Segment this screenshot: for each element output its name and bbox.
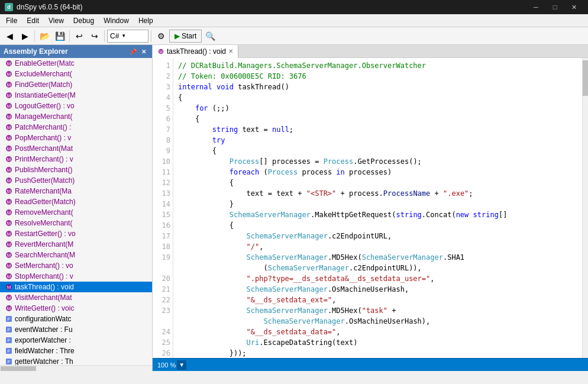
ae-item-instantiategetter[interactable]: M InstantiateGetter(M <box>0 90 152 101</box>
back-button[interactable]: ◀ <box>2 29 17 43</box>
start-button[interactable]: ▶ Start <box>169 30 202 43</box>
menu-help[interactable]: Help <box>134 15 158 26</box>
tab-close-button[interactable]: ✕ <box>228 48 233 54</box>
close-button[interactable]: ✕ <box>564 0 583 14</box>
ae-item-revertmerchant[interactable]: M RevertMerchant(M <box>0 239 152 250</box>
ae-header: Assembly Explorer 📌 ✕ <box>0 45 152 58</box>
svg-text:M: M <box>7 242 11 247</box>
code-area: 1 2 3 4 5 6 7 8 9 10 11 12 13 14 15 16 1… <box>153 58 588 358</box>
svg-text:M: M <box>7 221 11 226</box>
ae-item-restartgetter[interactable]: M RestartGetter() : vo <box>0 228 152 239</box>
scrollbar-thumb[interactable] <box>583 60 588 96</box>
svg-text:M: M <box>7 274 11 279</box>
ae-item-popmerchant[interactable]: M PopMerchant() : v <box>0 133 152 143</box>
ae-item-fieldwatcher[interactable]: F fieldWatcher : Thre <box>0 346 152 356</box>
editor-tab-taskthread[interactable]: M taskThread() : void ✕ <box>153 45 238 58</box>
ae-pin-button[interactable]: 📌 <box>128 47 138 56</box>
toolbar: ◀ ▶ 📂 💾 ↩ ↪ C# ▼ ⚙ ▶ Start 🔍 <box>0 27 588 45</box>
ae-header-buttons: 📌 ✕ <box>128 47 148 56</box>
settings-button[interactable]: ⚙ <box>154 29 168 43</box>
ae-item-exporterwatcher[interactable]: F exporterWatcher : <box>0 335 152 346</box>
assembly-explorer: Assembly Explorer 📌 ✕ M EnableGetter(Mat… <box>0 45 153 371</box>
ae-item-enablegetter[interactable]: M EnableGetter(Matc <box>0 58 152 69</box>
svg-text:M: M <box>7 146 11 151</box>
menu-view[interactable]: View <box>44 15 69 26</box>
svg-text:M: M <box>7 189 11 194</box>
status-bar: 100 % ▼ <box>153 358 588 371</box>
ae-hscrollbar-thumb[interactable] <box>1 366 36 371</box>
redo-button[interactable]: ↪ <box>88 29 102 43</box>
ae-item-readgetter[interactable]: M ReadGetter(Match) <box>0 196 152 207</box>
svg-text:M: M <box>7 72 11 77</box>
ae-item-logoutgetter[interactable]: M LogoutGetter() : vo <box>0 101 152 111</box>
svg-text:F: F <box>8 359 11 364</box>
svg-text:M: M <box>7 285 11 290</box>
svg-text:M: M <box>7 178 11 183</box>
ae-item-excludemerchant[interactable]: M ExcludeMerchant( <box>0 69 152 79</box>
vertical-scrollbar[interactable] <box>582 58 588 358</box>
title-bar-title: dnSpy v6.0.5 (64-bit) <box>17 3 82 11</box>
svg-text:F: F <box>8 348 11 354</box>
line-numbers: 1 2 3 4 5 6 7 8 9 10 11 12 13 14 15 16 1… <box>153 58 173 358</box>
dropdown-arrow-icon: ▼ <box>121 33 126 38</box>
svg-text:M: M <box>7 157 11 162</box>
zoom-value: 100 % <box>157 362 176 369</box>
ae-item-removemerchant[interactable]: M RemoveMerchant( <box>0 207 152 218</box>
ae-item-managemerchant[interactable]: M ManageMerchant( <box>0 111 152 122</box>
svg-text:M: M <box>7 295 11 301</box>
ae-item-configurationwatcher[interactable]: F configurationWatc <box>0 314 152 324</box>
ae-item-setmerchant[interactable]: M SetMerchant() : vo <box>0 260 152 271</box>
menu-edit[interactable]: Edit <box>22 15 44 26</box>
save-button[interactable]: 💾 <box>53 29 67 43</box>
zoom-decrease-button[interactable]: ▼ <box>177 360 186 370</box>
menu-window[interactable]: Window <box>99 15 134 26</box>
search-button[interactable]: 🔍 <box>203 29 217 43</box>
ae-item-resolvemerchant[interactable]: M ResolveMerchant( <box>0 218 152 228</box>
ae-item-patchmerchant[interactable]: M PatchMerchant() : <box>0 122 152 133</box>
svg-text:M: M <box>7 104 11 109</box>
svg-text:M: M <box>7 125 11 130</box>
ae-item-findgetter[interactable]: M FindGetter(Match) <box>0 79 152 90</box>
svg-text:M: M <box>7 82 11 88</box>
ae-item-publishmerchant[interactable]: M PublishMerchant() <box>0 164 152 175</box>
undo-button[interactable]: ↩ <box>72 29 86 43</box>
svg-text:M: M <box>7 253 11 258</box>
svg-text:M: M <box>7 231 11 237</box>
minimize-button[interactable]: ─ <box>526 0 545 14</box>
language-dropdown[interactable]: C# ▼ <box>107 30 148 43</box>
zoom-control: 100 % ▼ <box>157 360 186 370</box>
menu-file[interactable]: File <box>1 15 22 26</box>
ae-item-getterwatcher[interactable]: F getterWatcher : Th <box>0 356 152 365</box>
ae-item-pushgetter[interactable]: M PushGetter(Match) <box>0 175 152 186</box>
title-bar: d dnSpy v6.0.5 (64-bit) ─ □ ✕ <box>0 0 588 14</box>
forward-button[interactable]: ▶ <box>18 29 32 43</box>
ae-item-writegetter[interactable]: M WriteGetter() : voic <box>0 303 152 314</box>
editor-area: M taskThread() : void ✕ 1 2 3 4 5 6 7 8 … <box>153 45 588 371</box>
ae-item-printmerchant[interactable]: M PrintMerchant() : v <box>0 154 152 164</box>
ae-item-stopmerchant[interactable]: M StopMerchant() : v <box>0 271 152 282</box>
menu-debug[interactable]: Debug <box>69 15 99 26</box>
tb-separator-2 <box>69 30 70 42</box>
code-editor[interactable]: // DCRatBuild.Managers.SchemaServerManag… <box>173 58 582 358</box>
svg-text:M: M <box>7 167 11 173</box>
title-bar-controls: ─ □ ✕ <box>526 0 583 14</box>
ae-item-ratemerchant[interactable]: M RateMerchant(Ma <box>0 186 152 196</box>
ae-item-postmerchant[interactable]: M PostMerchant(Mat <box>0 143 152 154</box>
ae-title: Assembly Explorer <box>4 47 68 56</box>
ae-item-visitmerchant[interactable]: M VisitMerchant(Mat <box>0 292 152 303</box>
svg-text:M: M <box>7 210 11 215</box>
ae-close-button[interactable]: ✕ <box>139 47 148 56</box>
maximize-button[interactable]: □ <box>545 0 564 14</box>
ae-hscrollbar[interactable] <box>0 365 152 371</box>
ae-item-eventwatcher[interactable]: F eventWatcher : Fu <box>0 324 152 335</box>
svg-text:M: M <box>7 61 11 66</box>
start-icon: ▶ <box>175 32 180 40</box>
main-area: Assembly Explorer 📌 ✕ M EnableGetter(Mat… <box>0 45 588 371</box>
ae-item-taskthread[interactable]: M taskThread() : void <box>0 282 152 292</box>
svg-text:M: M <box>159 49 163 53</box>
ae-item-searchmerchant[interactable]: M SearchMerchant(M <box>0 250 152 260</box>
tb-separator-3 <box>104 30 105 42</box>
tab-icon: M <box>157 48 164 55</box>
open-button[interactable]: 📂 <box>37 29 51 43</box>
svg-text:M: M <box>7 93 11 98</box>
